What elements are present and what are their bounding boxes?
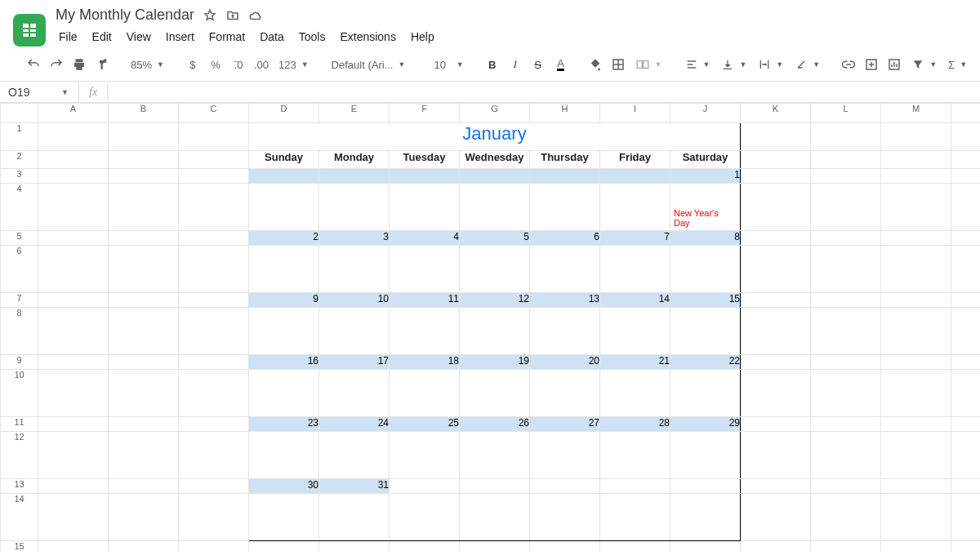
cell[interactable] (109, 246, 179, 293)
date-cell[interactable]: 13 (530, 293, 600, 308)
row-header[interactable]: 9 (1, 355, 38, 370)
date-cell[interactable] (460, 479, 530, 494)
event-cell[interactable] (530, 308, 600, 355)
cell[interactable] (811, 231, 881, 246)
event-cell[interactable] (460, 308, 530, 355)
cell[interactable] (741, 293, 811, 308)
event-cell[interactable] (390, 370, 460, 417)
date-cell[interactable]: 30 (249, 479, 319, 494)
event-cell[interactable] (600, 432, 670, 479)
date-cell[interactable]: 20 (530, 355, 600, 370)
menu-help[interactable]: Help (404, 27, 441, 47)
date-cell[interactable]: 21 (600, 355, 670, 370)
cell[interactable] (951, 355, 981, 370)
insert-chart-button[interactable] (884, 53, 905, 76)
cell[interactable] (951, 246, 981, 293)
more-formats-dropdown[interactable]: 123▼ (274, 53, 314, 76)
doc-title[interactable]: My Monthly Calendar (56, 7, 194, 24)
cell[interactable] (811, 355, 881, 370)
event-cell[interactable] (460, 246, 530, 293)
col-header[interactable]: F (390, 104, 460, 123)
row-header[interactable]: 2 (1, 151, 38, 169)
date-cell[interactable]: 10 (319, 293, 390, 308)
cell[interactable] (179, 293, 249, 308)
cell[interactable] (38, 293, 109, 308)
date-cell[interactable]: 6 (530, 231, 600, 246)
col-header[interactable]: B (109, 104, 179, 123)
date-cell[interactable]: 19 (460, 355, 530, 370)
event-cell[interactable] (460, 370, 530, 417)
date-cell[interactable] (600, 169, 670, 184)
cell[interactable] (109, 370, 179, 417)
event-cell[interactable] (670, 494, 741, 541)
cell[interactable] (249, 541, 319, 552)
cell[interactable] (179, 355, 249, 370)
col-header[interactable]: C (179, 104, 249, 123)
event-cell[interactable] (530, 432, 600, 479)
event-cell[interactable] (600, 246, 670, 293)
cell[interactable] (109, 417, 179, 432)
dow-cell[interactable]: Saturday (670, 151, 741, 169)
text-rotation-dropdown[interactable]: ▼ (790, 53, 825, 76)
select-all-corner[interactable] (1, 104, 38, 123)
event-cell[interactable] (390, 184, 460, 231)
cell[interactable] (109, 123, 179, 151)
date-cell[interactable]: 22 (670, 355, 741, 370)
cell[interactable] (179, 151, 249, 169)
event-cell[interactable] (319, 246, 390, 293)
increase-decimal-button[interactable]: .00 (251, 53, 272, 76)
event-cell[interactable] (390, 494, 460, 541)
event-cell[interactable] (670, 432, 741, 479)
cell[interactable] (881, 417, 951, 432)
cell[interactable] (951, 231, 981, 246)
cell[interactable] (811, 308, 881, 355)
date-cell[interactable] (319, 169, 390, 184)
cell[interactable] (951, 432, 981, 479)
cell[interactable] (811, 246, 881, 293)
menu-extensions[interactable]: Extensions (333, 27, 402, 47)
spreadsheet-grid[interactable]: A B C D E F G H I J K L M N 1 January 2 … (0, 103, 980, 551)
cell[interactable] (881, 123, 951, 151)
cell[interactable] (179, 246, 249, 293)
row-header[interactable]: 6 (1, 246, 38, 293)
date-cell[interactable]: 29 (670, 417, 741, 432)
event-cell[interactable] (319, 432, 390, 479)
cell[interactable] (811, 370, 881, 417)
redo-button[interactable] (46, 53, 67, 76)
font-size-dropdown[interactable]: 10▼ (430, 53, 469, 76)
cell[interactable] (741, 541, 811, 552)
cell[interactable] (109, 479, 179, 494)
format-currency-button[interactable]: $ (182, 53, 203, 76)
cell[interactable] (38, 246, 109, 293)
paint-format-button[interactable] (91, 53, 113, 76)
date-cell[interactable]: 12 (460, 293, 530, 308)
cell[interactable] (741, 494, 811, 541)
cell[interactable] (179, 231, 249, 246)
cell[interactable] (600, 541, 670, 552)
cell[interactable] (881, 169, 951, 184)
event-cell[interactable] (249, 184, 319, 231)
fill-color-button[interactable] (585, 53, 606, 76)
row-header[interactable]: 10 (1, 370, 38, 417)
event-cell[interactable] (249, 432, 319, 479)
date-cell[interactable] (600, 479, 670, 494)
cell[interactable] (390, 541, 460, 552)
date-cell[interactable] (670, 479, 741, 494)
date-cell[interactable] (530, 169, 600, 184)
cell[interactable] (38, 231, 109, 246)
cell[interactable] (670, 541, 741, 552)
date-cell[interactable]: 14 (600, 293, 670, 308)
cell[interactable] (38, 169, 109, 184)
menu-edit[interactable]: Edit (86, 27, 118, 47)
menu-tools[interactable]: Tools (292, 27, 332, 47)
cell[interactable] (741, 123, 811, 151)
cell[interactable] (179, 308, 249, 355)
cell[interactable] (881, 432, 951, 479)
menu-insert[interactable]: Insert (159, 27, 201, 47)
event-cell[interactable] (249, 308, 319, 355)
cell[interactable] (741, 151, 811, 169)
cell[interactable] (881, 541, 951, 552)
event-cell[interactable] (670, 308, 741, 355)
cell[interactable] (951, 151, 981, 169)
event-cell[interactable] (670, 370, 741, 417)
